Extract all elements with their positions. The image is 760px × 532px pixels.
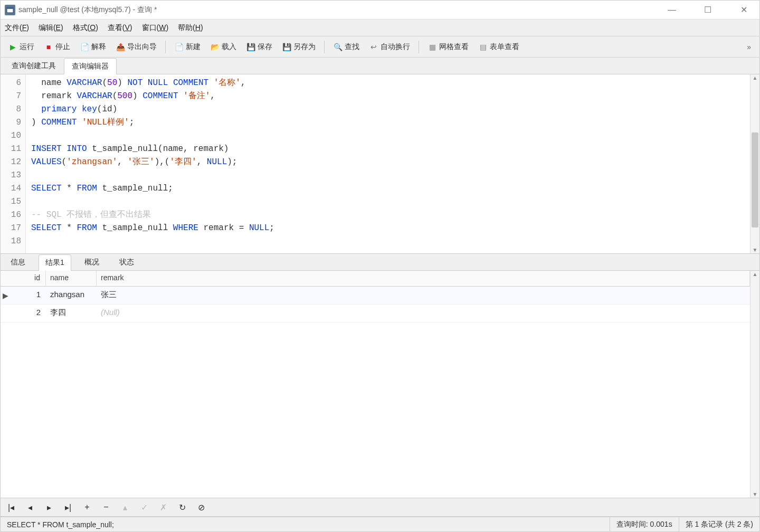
load-icon: 📂 bbox=[210, 42, 220, 52]
grid-main[interactable]: id name remark ▶1zhangsan张三2李四(Null) bbox=[1, 271, 750, 498]
code-line[interactable]: SELECT * FROM t_sample_null; bbox=[31, 182, 745, 195]
code-line[interactable] bbox=[31, 235, 745, 248]
toolbar-overflow[interactable]: » bbox=[743, 43, 755, 51]
line-number: 8 bbox=[1, 103, 25, 116]
saveas-icon: 💾 bbox=[282, 42, 291, 52]
menu-file[interactable]: 文件(F) bbox=[5, 23, 29, 33]
grid-scrollbar[interactable]: ▲ ▼ bbox=[750, 271, 759, 498]
tab-query-editor[interactable]: 查询编辑器 bbox=[64, 58, 117, 74]
rowmark-header bbox=[1, 271, 10, 286]
play-icon: ▶ bbox=[8, 42, 17, 52]
menu-view[interactable]: 查看(V) bbox=[108, 23, 132, 33]
export-wizard-button[interactable]: 📤导出向导 bbox=[112, 41, 160, 53]
code-line[interactable]: primary key(id) bbox=[31, 103, 745, 116]
table-row[interactable]: 2李四(Null) bbox=[1, 305, 750, 322]
col-header-name[interactable]: name bbox=[46, 271, 97, 286]
cell-remark[interactable]: 张三 bbox=[97, 287, 750, 304]
line-number: 12 bbox=[1, 156, 25, 169]
nav-edit-button[interactable]: ▴ bbox=[120, 502, 130, 512]
code-line[interactable] bbox=[31, 129, 745, 142]
tab-profile[interactable]: 概况 bbox=[78, 254, 106, 270]
scroll-down-icon[interactable]: ▼ bbox=[750, 491, 759, 497]
editor-tabbar: 查询创建工具 查询编辑器 bbox=[1, 58, 759, 74]
scroll-thumb[interactable] bbox=[752, 132, 758, 227]
explain-button[interactable]: 📄解释 bbox=[77, 41, 109, 53]
grid-body: ▶1zhangsan张三2李四(Null) bbox=[1, 287, 750, 322]
export-icon: 📤 bbox=[116, 42, 125, 52]
tab-info[interactable]: 信息 bbox=[4, 254, 32, 270]
app-window: sample_null @test (本地mysql5.7) - 查询 * — … bbox=[0, 0, 760, 532]
code-editor[interactable]: 6789101112131415161718 name VARCHAR(50) … bbox=[1, 74, 759, 254]
nav-refresh-button[interactable]: ↻ bbox=[177, 502, 187, 512]
code-line[interactable]: remark VARCHAR(500) COMMENT '备注', bbox=[31, 90, 745, 103]
line-number: 6 bbox=[1, 77, 25, 90]
status-records: 第 1 条记录 (共 2 条) bbox=[679, 517, 759, 531]
menu-format[interactable]: 格式(O) bbox=[73, 23, 98, 33]
menu-help[interactable]: 帮助(H) bbox=[178, 23, 203, 33]
code-line[interactable]: VALUES('zhangsan', '张三'),('李四', NULL); bbox=[31, 156, 745, 169]
menu-window[interactable]: 窗口(W) bbox=[142, 23, 169, 33]
scroll-up-icon[interactable]: ▲ bbox=[750, 271, 759, 277]
wrap-icon: ↩ bbox=[369, 42, 378, 52]
load-button[interactable]: 📂载入 bbox=[207, 41, 240, 53]
new-icon: 📄 bbox=[174, 42, 184, 52]
cell-id[interactable]: 2 bbox=[10, 305, 46, 322]
code-line[interactable]: SELECT * FROM t_sample_null WHERE remark… bbox=[31, 222, 745, 235]
scroll-down-icon[interactable]: ▼ bbox=[750, 247, 759, 253]
nav-first-button[interactable]: |◂ bbox=[6, 502, 16, 512]
saveas-button[interactable]: 💾另存为 bbox=[279, 41, 319, 53]
nav-next-button[interactable]: ▸ bbox=[44, 502, 54, 512]
nav-prev-button[interactable]: ◂ bbox=[25, 502, 35, 512]
code-line[interactable]: ) COMMENT 'NULL样例'; bbox=[31, 116, 745, 129]
toolbar-separator bbox=[165, 41, 166, 53]
nav-stop-button[interactable]: ⊘ bbox=[196, 502, 206, 512]
run-button[interactable]: ▶运行 bbox=[5, 41, 37, 53]
formview-button[interactable]: ▤表单查看 bbox=[475, 41, 522, 53]
result-grid: id name remark ▶1zhangsan张三2李四(Null) ▲ ▼ bbox=[1, 271, 759, 498]
menu-edit[interactable]: 编辑(E) bbox=[39, 23, 63, 33]
toolbar: ▶运行 ■停止 📄解释 📤导出向导 📄新建 📂载入 💾保存 💾另存为 🔍查找 ↩… bbox=[1, 36, 759, 58]
cell-name[interactable]: zhangsan bbox=[46, 287, 97, 304]
code-line[interactable]: INSERT INTO t_sample_null(name, remark) bbox=[31, 142, 745, 156]
find-button[interactable]: 🔍查找 bbox=[330, 41, 363, 53]
tab-query-builder[interactable]: 查询创建工具 bbox=[4, 58, 64, 74]
stop-button[interactable]: ■停止 bbox=[41, 41, 73, 53]
statusbar: SELECT * FROM t_sample_null; 查询时间: 0.001… bbox=[1, 517, 759, 531]
line-number: 18 bbox=[1, 235, 25, 248]
cell-remark[interactable]: (Null) bbox=[97, 305, 750, 322]
table-row[interactable]: ▶1zhangsan张三 bbox=[1, 287, 750, 305]
col-header-remark[interactable]: remark bbox=[97, 271, 750, 286]
code-line[interactable] bbox=[31, 169, 745, 182]
nav-add-button[interactable]: + bbox=[82, 502, 92, 512]
window-title: sample_null @test (本地mysql5.7) - 查询 * bbox=[18, 5, 660, 15]
code-line[interactable] bbox=[31, 195, 745, 208]
gridview-button[interactable]: ▦网格查看 bbox=[424, 41, 472, 53]
new-button[interactable]: 📄新建 bbox=[171, 41, 204, 53]
col-header-id[interactable]: id bbox=[10, 271, 46, 286]
maximize-button[interactable]: ☐ bbox=[696, 3, 719, 17]
toolbar-separator bbox=[419, 41, 419, 53]
nav-commit-button[interactable]: ✓ bbox=[139, 502, 149, 512]
nav-cancel-button[interactable]: ✗ bbox=[158, 502, 168, 512]
save-icon: 💾 bbox=[246, 42, 255, 52]
nav-remove-button[interactable]: − bbox=[101, 502, 111, 512]
cell-id[interactable]: 1 bbox=[10, 287, 46, 304]
autowrap-button[interactable]: ↩自动换行 bbox=[366, 41, 413, 53]
code-line[interactable]: -- SQL 不报错，但查不出结果 bbox=[31, 208, 745, 222]
editor-scrollbar[interactable]: ▲ ▼ bbox=[750, 74, 759, 253]
close-button[interactable]: ✕ bbox=[732, 3, 755, 17]
code-line[interactable]: name VARCHAR(50) NOT NULL COMMENT '名称', bbox=[31, 77, 745, 90]
line-number: 7 bbox=[1, 90, 25, 103]
code-content[interactable]: name VARCHAR(50) NOT NULL COMMENT '名称', … bbox=[26, 74, 750, 253]
scroll-up-icon[interactable]: ▲ bbox=[750, 75, 759, 81]
line-gutter: 6789101112131415161718 bbox=[1, 74, 26, 253]
status-time: 查询时间: 0.001s bbox=[610, 517, 679, 531]
nav-last-button[interactable]: ▸| bbox=[63, 502, 73, 512]
minimize-button[interactable]: — bbox=[660, 3, 683, 17]
save-button[interactable]: 💾保存 bbox=[243, 41, 276, 53]
line-number: 11 bbox=[1, 142, 25, 156]
cell-name[interactable]: 李四 bbox=[46, 305, 97, 322]
toolbar-separator bbox=[324, 41, 325, 53]
tab-status[interactable]: 状态 bbox=[112, 254, 141, 270]
tab-result1[interactable]: 结果1 bbox=[39, 254, 71, 271]
